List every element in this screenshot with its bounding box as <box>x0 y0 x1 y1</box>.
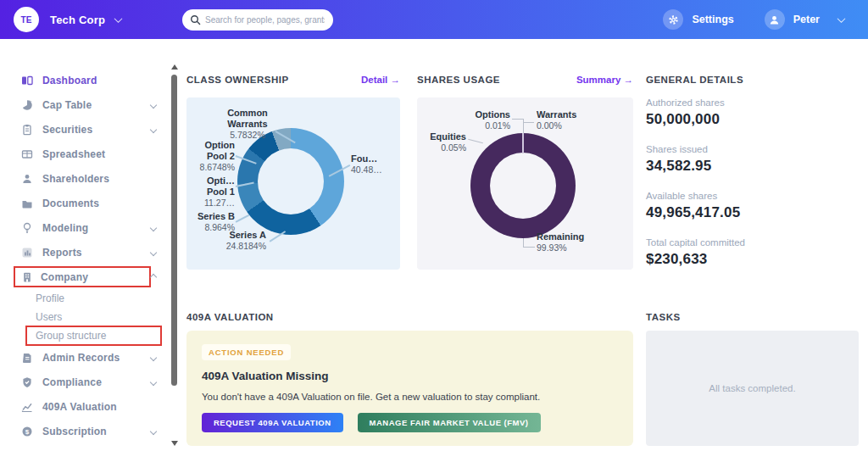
records-icon <box>20 351 33 364</box>
sidebar-item-profile[interactable]: Profile <box>0 289 170 308</box>
manage-fmv-button[interactable]: MANAGE FAIR MARKET VALUE (FMV) <box>358 413 541 432</box>
shield-check-icon <box>20 376 33 388</box>
stat-label: Shares issued <box>646 144 745 154</box>
tasks-section: TASKS All tasks completed. <box>646 312 859 446</box>
request-409a-valuation-button[interactable]: REQUEST 409A VALUATION <box>202 413 343 432</box>
chevron-down-icon[interactable] <box>114 14 123 23</box>
sidebar-item-company[interactable]: Company <box>0 264 170 289</box>
person-icon <box>20 172 33 185</box>
sidebar-item-securities[interactable]: Securities <box>0 117 170 142</box>
sidebar-item-label: Company <box>41 271 88 283</box>
bar-chart-icon <box>20 246 33 259</box>
stat-label: Total capital committed <box>646 237 745 248</box>
stat-value: 34,582.95 <box>646 158 745 175</box>
top-bar: TE Tech Corp Settings Peter <box>0 0 868 39</box>
sidebar-item-dashboard[interactable]: Dashboard <box>0 68 170 92</box>
sidebar-item-label: Subscription <box>42 426 107 437</box>
sidebar-item-label: Modeling <box>42 222 88 234</box>
stat-label: Authorized shares <box>646 97 745 108</box>
sidebar-item-label: Admin Records <box>42 352 120 364</box>
chevron-down-icon[interactable] <box>837 14 846 23</box>
annotation-box: Company <box>14 266 151 287</box>
user-avatar[interactable] <box>765 9 785 30</box>
segment-label-options: Options 0.01% <box>451 109 510 131</box>
sidebar-item-reports[interactable]: Reports <box>0 240 170 264</box>
sidebar-item-compliance[interactable]: Compliance <box>0 370 170 394</box>
sidebar-item-label: Shareholders <box>42 173 109 185</box>
company-name[interactable]: Tech Corp <box>50 14 105 26</box>
callout-line <box>523 122 534 123</box>
user-name[interactable]: Peter <box>793 14 820 25</box>
callout-line <box>512 119 523 120</box>
donut-hole <box>258 148 324 214</box>
stat-value: 50,000,000 <box>646 111 745 128</box>
sidebar-item-label: Spreadsheet <box>42 148 105 160</box>
sidebar-item-409a-valuation[interactable]: 409A Valuation <box>0 394 170 419</box>
sidebar-item-label: Securities <box>42 124 92 136</box>
sidebar-item-modeling[interactable]: Modeling <box>0 215 170 240</box>
search-bar <box>182 9 333 31</box>
donut-hole <box>490 153 556 219</box>
sidebar-item-admin-records[interactable]: Admin Records <box>0 345 170 370</box>
annotation-box: Group structure <box>25 326 162 346</box>
segment-label-series-a: Series A 24.8184% <box>198 230 266 251</box>
sidebar-item-label: 409A Valuation <box>42 401 117 413</box>
scroll-up-arrow[interactable] <box>171 64 178 70</box>
stat-label: Available shares <box>646 191 745 201</box>
arrow-right-icon: → <box>391 75 401 85</box>
lightbulb-icon <box>20 221 33 234</box>
chevron-down-icon <box>150 427 157 434</box>
main-content: CLASS OWNERSHIP Detail → Common Warrants <box>181 39 868 451</box>
tasks-empty-message: All tasks completed. <box>709 383 795 393</box>
search-input[interactable] <box>182 9 333 31</box>
tasks-panel: All tasks completed. <box>646 331 859 446</box>
sidebar-item-users[interactable]: Users <box>0 308 170 326</box>
dashboard-icon <box>20 74 33 86</box>
search-icon <box>190 14 201 25</box>
scrollbar-thumb[interactable] <box>171 75 177 386</box>
callout-line <box>523 247 535 248</box>
company-avatar[interactable]: TE <box>14 7 39 32</box>
segment-label-option-pool-2: Option Pool 2 8.6748% <box>186 140 235 172</box>
arrow-right-icon: → <box>624 75 634 85</box>
chevron-down-icon <box>150 248 157 255</box>
building-icon <box>20 270 33 283</box>
folder-icon <box>20 197 33 209</box>
sidebar-item-group-structure[interactable]: Group structure <box>0 326 170 345</box>
settings-button[interactable]: Settings <box>692 14 733 25</box>
segment-label-equities: Equities 0.05% <box>417 131 466 153</box>
callout-line <box>523 119 524 134</box>
segment-label-remaining: Remaining 99.93% <box>537 231 604 253</box>
chevron-up-icon <box>150 273 157 280</box>
detail-link[interactable]: Detail → <box>361 75 400 85</box>
segment-label-common-warrants: Common Warrants 5.7832% <box>220 108 275 140</box>
stat-value: 49,965,417.05 <box>646 204 745 221</box>
sidebar-item-documents[interactable]: Documents <box>0 191 170 215</box>
stat-value: $230,633 <box>646 251 745 268</box>
chevron-down-icon <box>150 101 157 108</box>
sidebar-item-label: Reports <box>42 247 82 259</box>
shares-usage-chart-panel: Options 0.01% Warrants 0.00% Equities 0.… <box>417 97 633 270</box>
class-ownership-section: CLASS OWNERSHIP Detail → Common Warrants <box>186 75 400 284</box>
class-ownership-chart-panel: Common Warrants 5.7832% Fou… 40.48… Opti… <box>186 97 400 270</box>
stat-authorized-shares: Authorized shares 50,000,000 <box>646 97 745 128</box>
scroll-down-arrow[interactable] <box>171 441 178 446</box>
shares-usage-section: SHARES USAGE Summary → Options <box>417 75 633 284</box>
segment-label-warrants: Warrants 0.00% <box>537 109 596 131</box>
section-title: 409A VALUATION <box>186 312 274 322</box>
sidebar-item-subscription[interactable]: $ Subscription <box>0 419 170 443</box>
sidebar-item-label: Dashboard <box>42 75 97 86</box>
chevron-down-icon <box>150 354 157 360</box>
sidebar-scrollbar <box>170 39 181 451</box>
chevron-down-icon <box>150 378 157 385</box>
general-details-section: GENERAL DETAILS Authorized shares 50,000… <box>646 75 745 284</box>
sidebar-item-shareholders[interactable]: Shareholders <box>0 166 170 191</box>
clipboard-icon <box>20 123 33 136</box>
dollar-circle-icon: $ <box>20 425 33 437</box>
summary-link[interactable]: Summary → <box>576 75 633 85</box>
stat-total-capital-committed: Total capital committed $230,633 <box>646 237 745 268</box>
sidebar-item-cap-table[interactable]: Cap Table <box>0 92 170 117</box>
chevron-down-icon <box>150 125 157 132</box>
settings-icon[interactable] <box>663 9 683 30</box>
sidebar-item-spreadsheet[interactable]: Spreadsheet <box>0 142 170 166</box>
